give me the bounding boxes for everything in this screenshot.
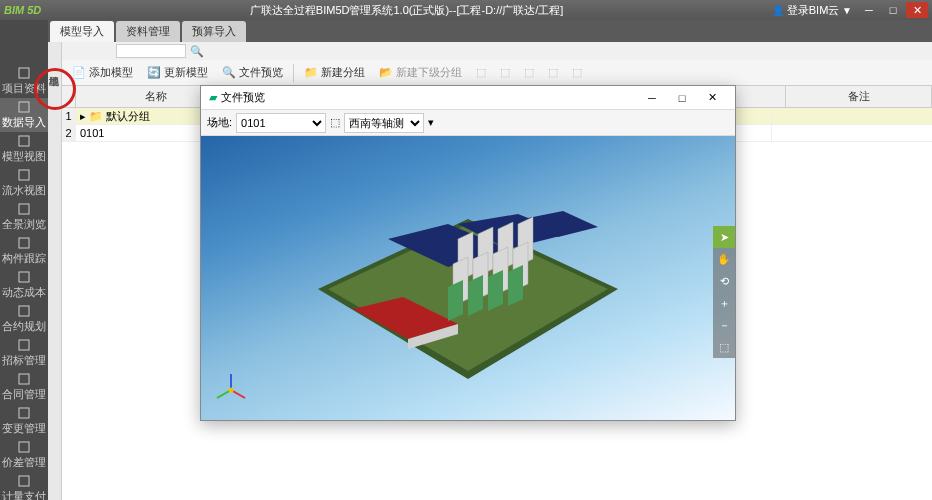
sidebar-item-价差管理[interactable]: 价差管理 — [0, 438, 48, 472]
preview-title: 文件预览 — [221, 90, 637, 105]
window-title: 广联达全过程BIM5D管理系统1.0(正式版)--[工程-D://广联达/工程] — [41, 3, 772, 18]
svg-marker-30 — [468, 275, 483, 316]
thin-item-1[interactable]: 场地模型 — [49, 44, 61, 92]
svg-rect-11 — [19, 442, 29, 452]
close-button[interactable]: ✕ — [906, 2, 928, 18]
svg-rect-5 — [19, 238, 29, 248]
search-input[interactable] — [116, 44, 186, 58]
svg-rect-12 — [19, 476, 29, 486]
maximize-button[interactable]: □ — [882, 2, 904, 18]
sidebar-item-构件跟踪[interactable]: 构件跟踪 — [0, 234, 48, 268]
model-3d — [298, 179, 638, 399]
cloud-login[interactable]: 👤 登录BIM云 ▼ — [772, 3, 852, 18]
svg-point-36 — [229, 388, 234, 393]
sidebar-item-动态成本[interactable]: 动态成本 — [0, 268, 48, 302]
svg-rect-1 — [19, 102, 29, 112]
preview-window: ▰ 文件预览 ─ □ ✕ 场地: 0101 ⬚ 西南等轴测 ▾ — [200, 85, 736, 421]
title-bar: BIM 5D 广联达全过程BIM5D管理系统1.0(正式版)--[工程-D://… — [0, 0, 932, 20]
thin-sidebar: 场地模型 — [48, 42, 62, 500]
tool-icon-2[interactable]: ⬚ — [496, 64, 514, 81]
separator — [293, 64, 294, 82]
update-model-button[interactable]: 🔄更新模型 — [143, 63, 212, 82]
svg-rect-8 — [19, 340, 29, 350]
svg-rect-9 — [19, 374, 29, 384]
view-tool-icon[interactable]: ▾ — [428, 116, 434, 129]
svg-rect-4 — [19, 204, 29, 214]
axis-gizmo[interactable] — [213, 372, 249, 408]
th-idx — [62, 86, 76, 107]
sidebar-item-全景浏览[interactable]: 全景浏览 — [0, 200, 48, 234]
add-model-button[interactable]: 📄添加模型 — [68, 63, 137, 82]
new-group-button[interactable]: 📁新建分组 — [300, 63, 369, 82]
tool-pan-icon[interactable]: ✋ — [713, 248, 735, 270]
app-logo: BIM 5D — [4, 4, 41, 16]
preview-minimize-button[interactable]: ─ — [637, 88, 667, 108]
tool-icon-4[interactable]: ⬚ — [544, 64, 562, 81]
tool-fit-icon[interactable]: ⬚ — [713, 336, 735, 358]
view-select[interactable]: 西南等轴测 — [344, 113, 424, 133]
scene-label: 场地: — [207, 115, 232, 130]
svg-rect-2 — [19, 136, 29, 146]
sidebar-item-计量支付[interactable]: 计量支付 — [0, 472, 48, 500]
preview-right-tools: ➤ ✋ ⟲ ＋ － ⬚ — [713, 226, 735, 358]
tool-orbit-icon[interactable]: ⟲ — [713, 270, 735, 292]
svg-rect-3 — [19, 170, 29, 180]
sidebar-item-模型视图[interactable]: 模型视图 — [0, 132, 48, 166]
sidebar-item-流水视图[interactable]: 流水视图 — [0, 166, 48, 200]
sidebar-item-合同管理[interactable]: 合同管理 — [0, 370, 48, 404]
tool-zoom-in-icon[interactable]: ＋ — [713, 292, 735, 314]
scene-select[interactable]: 0101 — [236, 113, 326, 133]
tab-资料管理[interactable]: 资料管理 — [116, 21, 180, 42]
sidebar-item-数据导入[interactable]: 数据导入 — [0, 98, 48, 132]
tab-模型导入[interactable]: 模型导入 — [50, 21, 114, 42]
toolbar: 📄添加模型 🔄更新模型 🔍文件预览 📁新建分组 📂新建下级分组 ⬚ ⬚ ⬚ ⬚ … — [62, 60, 932, 86]
tool-icon-1[interactable]: ⬚ — [472, 64, 490, 81]
tool-icon-5[interactable]: ⬚ — [568, 64, 586, 81]
quick-search-bar: 🔍 — [62, 42, 932, 60]
main-tabs: 模型导入资料管理预算导入 — [0, 20, 932, 42]
preview-canvas[interactable]: ➤ ✋ ⟲ ＋ － ⬚ — [201, 136, 735, 420]
preview-close-button[interactable]: ✕ — [697, 88, 727, 108]
svg-rect-10 — [19, 408, 29, 418]
left-sidebar: 项目资料数据导入模型视图流水视图全景浏览构件跟踪动态成本合约规划招标管理合同管理… — [0, 20, 48, 500]
search-icon[interactable]: 🔍 — [190, 45, 204, 58]
new-subgroup-button[interactable]: 📂新建下级分组 — [375, 63, 466, 82]
tab-预算导入[interactable]: 预算导入 — [182, 21, 246, 42]
minimize-button[interactable]: ─ — [858, 2, 880, 18]
file-preview-button[interactable]: 🔍文件预览 — [218, 63, 287, 82]
th-note[interactable]: 备注 — [786, 86, 932, 107]
svg-marker-31 — [488, 270, 503, 311]
tool-zoom-out-icon[interactable]: － — [713, 314, 735, 336]
sidebar-item-合约规划[interactable]: 合约规划 — [0, 302, 48, 336]
tool-select-icon[interactable]: ➤ — [713, 226, 735, 248]
view-icon: ⬚ — [330, 116, 340, 129]
sidebar-item-招标管理[interactable]: 招标管理 — [0, 336, 48, 370]
preview-logo-icon: ▰ — [209, 91, 217, 104]
svg-marker-29 — [448, 280, 463, 321]
svg-rect-7 — [19, 306, 29, 316]
sidebar-item-变更管理[interactable]: 变更管理 — [0, 404, 48, 438]
preview-maximize-button[interactable]: □ — [667, 88, 697, 108]
tool-icon-3[interactable]: ⬚ — [520, 64, 538, 81]
svg-rect-0 — [19, 68, 29, 78]
preview-toolbar: 场地: 0101 ⬚ 西南等轴测 ▾ — [201, 110, 735, 136]
svg-marker-32 — [508, 265, 523, 306]
preview-header: ▰ 文件预览 ─ □ ✕ — [201, 86, 735, 110]
sidebar-item-项目资料[interactable]: 项目资料 — [0, 64, 48, 98]
svg-rect-6 — [19, 272, 29, 282]
